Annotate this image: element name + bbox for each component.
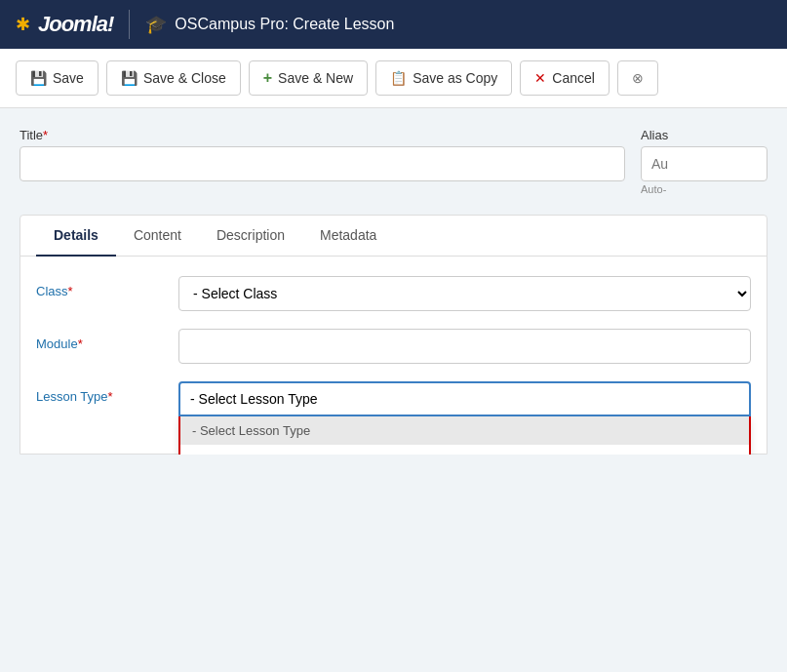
title-input[interactable] [20,146,625,181]
class-label: Class* [36,276,163,298]
tabs-container: Details Content Description Metadata Cla… [20,215,767,455]
class-select[interactable]: - Select Class [178,276,751,311]
dropdown-header-option: - Select Lesson Type [180,416,749,445]
cancel-button[interactable]: ✕ Cancel [520,60,610,96]
joomla-wordmark: Joomla! [38,12,113,37]
graduation-icon: 🎓 [145,14,167,35]
cancel-label: Cancel [552,70,595,86]
lesson-type-row: Lesson Type* - Select Lesson Type - Sele… [36,381,751,416]
save-copy-button[interactable]: 📋 Save as Copy [375,60,512,96]
top-navigation: ✱ Joomla! 🎓 OSCampus Pro: Create Lesson [0,0,787,49]
dropdown-option-quiz[interactable]: Quiz [180,445,749,455]
save-close-label: Save & Close [143,70,226,86]
save-copy-label: Save as Copy [413,70,497,86]
tab-description[interactable]: Description [199,216,302,257]
page-title-text: OSCampus Pro: Create Lesson [175,16,394,33]
title-group: Title* [20,128,625,181]
module-input-wrap [178,329,751,364]
module-label: Module* [36,329,163,351]
class-row: Class* - Select Class [36,276,751,311]
copy-icon: 📋 [390,70,407,86]
tab-details[interactable]: Details [36,216,116,257]
tab-content[interactable]: Content [116,216,199,257]
cancel-icon: ✕ [534,70,546,86]
add-icon: + [263,69,272,87]
close-button[interactable]: ⊗ [617,60,658,96]
tab-details-content: Class* - Select Class Module* [20,257,767,454]
module-input[interactable] [178,329,751,364]
joomla-star-icon: ✱ [16,14,30,35]
class-select-wrap: - Select Class [178,276,751,311]
save-label: Save [53,70,84,86]
save-new-label: Save & New [278,70,353,86]
lesson-type-dropdown: - Select Lesson Type Quiz Text Only Wist… [178,416,751,455]
alias-group: Alias Auto- [641,128,767,195]
alias-label: Alias [641,128,767,142]
save-new-button[interactable]: + Save & New [249,60,368,96]
page-header-title: 🎓 OSCampus Pro: Create Lesson [145,14,394,35]
close-icon: ⊗ [632,70,644,86]
lesson-type-label: Lesson Type* [36,381,163,404]
alias-input[interactable] [641,146,767,181]
main-content: Title* Alias Auto- Details Content Descr… [0,108,787,455]
nav-divider [129,10,130,39]
joomla-logo-area: ✱ Joomla! [16,12,113,37]
lesson-type-select-wrap: - Select Lesson Type - Select Lesson Typ… [178,381,751,416]
alias-hint: Auto- [641,183,767,195]
save-icon: 💾 [30,70,47,86]
lesson-type-display-text: - Select Lesson Type [190,391,317,407]
save-close-icon: 💾 [121,70,138,86]
save-close-button[interactable]: 💾 Save & Close [106,60,241,96]
tab-metadata[interactable]: Metadata [302,216,394,257]
title-label: Title* [20,128,625,142]
module-row: Module* [36,329,751,364]
save-button[interactable]: 💾 Save [16,60,98,96]
title-alias-row: Title* Alias Auto- [20,128,767,195]
lesson-type-display[interactable]: - Select Lesson Type [178,381,751,416]
toolbar: 💾 Save 💾 Save & Close + Save & New 📋 Sav… [0,49,787,108]
tabs-header: Details Content Description Metadata [20,216,767,257]
